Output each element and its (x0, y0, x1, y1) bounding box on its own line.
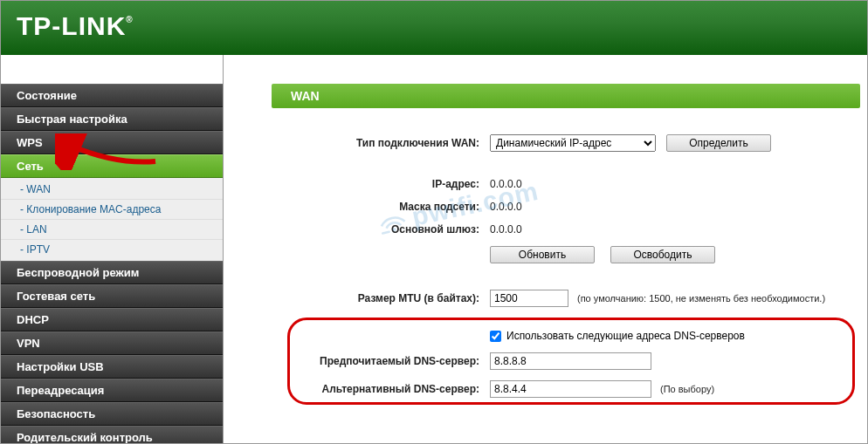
sidebar-submenu-network: - WAN - Клонирование MAC-адреса - LAN - … (1, 178, 223, 261)
value-ip: 0.0.0.0 (490, 178, 522, 190)
label-mask: Маска подсети: (280, 201, 490, 213)
label-gateway: Основной шлюз: (280, 223, 490, 236)
label-dns1: Предпочитаемый DNS-сервер: (280, 355, 490, 367)
sidebar-item-forwarding[interactable]: Переадресация (1, 379, 223, 402)
label-dns2: Альтернативный DNS-сервер: (280, 383, 490, 395)
brand-logo: TP-LINK® (17, 11, 134, 41)
sidebar-item-guest-network[interactable]: Гостевая сеть (1, 284, 223, 308)
hint-mtu: (по умолчанию: 1500, не изменять без нео… (577, 293, 825, 304)
value-gateway: 0.0.0.0 (490, 223, 522, 236)
checkbox-use-dns[interactable] (490, 331, 501, 342)
sidebar-item-vpn[interactable]: VPN (1, 331, 223, 355)
label-conn-type: Тип подключения WAN: (280, 137, 490, 149)
input-dns1[interactable] (490, 352, 651, 370)
sidebar-item-wps[interactable]: WPS (1, 131, 223, 154)
value-mask: 0.0.0.0 (490, 201, 522, 213)
brand-text: TP-LINK (17, 11, 126, 40)
sidebar-subitem-iptv[interactable]: - IPTV (1, 240, 223, 259)
sidebar-subitem-mac-clone[interactable]: - Клонирование MAC-адреса (1, 200, 223, 220)
registered-icon: ® (126, 15, 133, 24)
input-mtu[interactable] (490, 290, 568, 307)
sidebar-item-security[interactable]: Безопасность (1, 402, 223, 426)
sidebar: Состояние Быстрая настройка WPS Сеть - W… (1, 55, 224, 443)
wan-form: Тип подключения WAN: Динамический IP-адр… (272, 108, 867, 412)
detect-button[interactable]: Определить (666, 134, 771, 152)
sidebar-item-status[interactable]: Состояние (1, 84, 223, 107)
release-button[interactable]: Освободить (610, 246, 715, 263)
sidebar-subitem-lan[interactable]: - LAN (1, 220, 223, 240)
sidebar-item-dhcp[interactable]: DHCP (1, 308, 223, 331)
label-mtu: Размер MTU (в байтах): (280, 292, 490, 304)
renew-button[interactable]: Обновить (490, 246, 595, 263)
main-content: WAN Тип подключения WAN: Динамический IP… (224, 55, 867, 443)
sidebar-item-quick-setup[interactable]: Быстрая настройка (1, 107, 223, 131)
sidebar-item-parental-control[interactable]: Родительский контроль (1, 426, 223, 444)
input-dns2[interactable] (490, 380, 651, 398)
sidebar-item-usb-settings[interactable]: Настройки USB (1, 355, 223, 379)
sidebar-item-wireless[interactable]: Беспроводной режим (1, 261, 223, 284)
hint-dns2: (По выбору) (660, 384, 714, 394)
sidebar-item-network[interactable]: Сеть (1, 154, 223, 178)
select-conn-type[interactable]: Динамический IP-адрес (490, 134, 656, 152)
label-ip: IP-адрес: (280, 178, 490, 190)
sidebar-subitem-wan[interactable]: - WAN (1, 180, 223, 200)
label-use-dns: Использовать следующие адреса DNS-сервер… (506, 330, 745, 342)
header: TP-LINK® (1, 1, 867, 55)
panel-title: WAN (272, 84, 860, 108)
